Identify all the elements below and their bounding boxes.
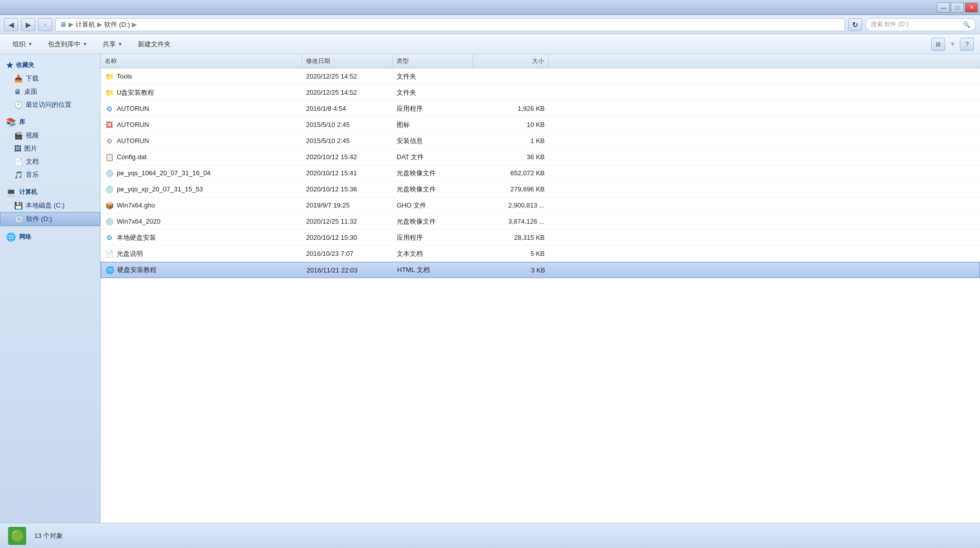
file-type-icon: 📄: [105, 249, 114, 258]
sidebar-item-music[interactable]: 🎵 音乐: [0, 168, 100, 181]
share-button[interactable]: 共享 ▼: [96, 37, 129, 51]
file-type-cell: 光盘映像文件: [393, 217, 473, 226]
file-name-cell: 📦 Win7x64.gho: [101, 201, 302, 210]
network-section: 🌐 网络: [0, 230, 100, 244]
col-header-size[interactable]: 大小: [473, 54, 549, 68]
file-type-icon: 💿: [105, 185, 114, 194]
col-header-type[interactable]: 类型: [393, 54, 473, 68]
column-headers: 名称 修改日期 类型 大小: [101, 54, 980, 68]
new-folder-button[interactable]: 新建文件夹: [131, 37, 177, 51]
organize-button[interactable]: 组织 ▼: [6, 37, 39, 51]
file-date-cell: 2020/10/12 15:42: [302, 153, 393, 161]
title-bar: — □ ✕: [0, 0, 980, 15]
table-row[interactable]: 💿 pe_yqs_1064_20_07_31_16_04 2020/10/12 …: [101, 165, 980, 181]
network-label: 网络: [19, 233, 31, 241]
library-icon: 📚: [6, 117, 16, 127]
include-library-button[interactable]: 包含到库中 ▼: [41, 37, 94, 51]
help-button[interactable]: ?: [960, 38, 974, 51]
file-type-cell: 应用程序: [393, 233, 473, 242]
c-drive-icon: 💾: [14, 201, 23, 210]
file-date-cell: 2015/5/10 2:45: [302, 121, 393, 128]
file-name-cell: ⚙ AUTORUN: [101, 136, 302, 146]
file-type-icon: 💿: [105, 169, 114, 178]
sidebar-item-recent[interactable]: 🕐 最近访问的位置: [0, 98, 100, 111]
file-type-cell: 文件夹: [393, 72, 473, 81]
close-button[interactable]: ✕: [965, 3, 978, 13]
search-box[interactable]: 搜索 软件 (D:) 🔍: [865, 18, 976, 31]
file-name: AUTORUN: [117, 105, 149, 112]
file-date-cell: 2020/12/25 14:52: [302, 89, 393, 96]
forward-button[interactable]: ▶: [21, 18, 35, 31]
library-header[interactable]: 📚 库: [0, 115, 100, 129]
minimize-button[interactable]: —: [937, 3, 950, 13]
sidebar-item-c-drive[interactable]: 💾 本地磁盘 (C:): [0, 199, 100, 212]
file-type-cell: 光盘映像文件: [393, 185, 473, 194]
table-row[interactable]: ⚙ AUTORUN 2015/5/10 2:45 安装信息 1 KB: [101, 133, 980, 149]
table-row[interactable]: 📋 Config.dat 2020/10/12 15:42 DAT 文件 36 …: [101, 149, 980, 165]
table-row[interactable]: 💿 pe_yqs_xp_20_07_31_15_53 2020/10/12 15…: [101, 181, 980, 197]
table-row[interactable]: 💿 Win7x64_2020 2020/12/25 11:32 光盘映像文件 3…: [101, 214, 980, 230]
table-row[interactable]: 🖼 AUTORUN 2015/5/10 2:45 图标 10 KB: [101, 117, 980, 133]
sidebar-item-video[interactable]: 🎬 视频: [0, 129, 100, 142]
file-type-icon: 💿: [105, 217, 114, 226]
file-type-cell: GHO 文件: [393, 201, 473, 210]
file-name-cell: 🌐 硬盘安装教程: [101, 265, 303, 275]
table-row[interactable]: 🌐 硬盘安装教程 2016/11/21 22:03 HTML 文档 3 KB: [101, 262, 980, 278]
col-header-date[interactable]: 修改日期: [302, 54, 393, 68]
file-type-icon: 📁: [105, 88, 114, 97]
file-size-cell: 28,315 KB: [473, 234, 549, 241]
file-date-cell: 2020/12/25 14:52: [302, 73, 393, 80]
sidebar-item-documents[interactable]: 📄 文档: [0, 155, 100, 168]
back-button[interactable]: ◀: [4, 18, 18, 31]
refresh-button[interactable]: ↻: [848, 18, 862, 31]
sidebar-item-pictures[interactable]: 🖼 图片: [0, 142, 100, 155]
file-name: Tools: [117, 73, 132, 80]
network-header[interactable]: 🌐 网络: [0, 230, 100, 244]
table-row[interactable]: ⚙ 本地硬盘安装 2020/10/12 15:30 应用程序 28,315 KB: [101, 230, 980, 246]
file-size-cell: 1 KB: [473, 137, 549, 145]
file-date-cell: 2020/10/12 15:41: [302, 169, 393, 177]
computer-header[interactable]: 💻 计算机: [0, 185, 100, 199]
file-size-cell: 10 KB: [473, 121, 549, 128]
view-button[interactable]: ⊞: [931, 38, 945, 51]
favorites-header[interactable]: ★ 收藏夹: [0, 58, 100, 72]
table-row[interactable]: 📁 Tools 2020/12/25 14:52 文件夹: [101, 68, 980, 85]
maximize-button[interactable]: □: [951, 3, 964, 13]
sidebar-item-d-drive[interactable]: 💿 软件 (D:): [0, 212, 100, 226]
file-name-cell: ⚙ 本地硬盘安装: [101, 233, 302, 242]
file-type-icon: 📋: [105, 153, 114, 162]
file-type-cell: HTML 文档: [393, 265, 474, 275]
table-row[interactable]: 📁 U盘安装教程 2020/12/25 14:52 文件夹: [101, 85, 980, 101]
sidebar-item-desktop[interactable]: 🖥 桌面: [0, 85, 100, 98]
col-header-name[interactable]: 名称: [101, 54, 302, 68]
file-name: AUTORUN: [117, 137, 149, 145]
file-name: 硬盘安装教程: [117, 265, 157, 275]
file-name: 本地硬盘安装: [117, 233, 156, 242]
file-name-cell: 💿 pe_yqs_1064_20_07_31_16_04: [101, 169, 302, 178]
file-type-icon: ⚙: [105, 136, 114, 146]
table-row[interactable]: 📦 Win7x64.gho 2019/9/7 19:25 GHO 文件 2,90…: [101, 197, 980, 214]
file-type-cell: 文本文档: [393, 249, 473, 258]
favorites-label: 收藏夹: [16, 61, 34, 70]
search-placeholder: 搜索 软件 (D:): [871, 20, 963, 29]
favorites-icon: ★: [6, 60, 13, 70]
sidebar-item-download[interactable]: 📥 下载: [0, 72, 100, 85]
share-arrow: ▼: [118, 41, 123, 47]
file-size-cell: 36 KB: [473, 153, 549, 161]
file-size-cell: 5 KB: [473, 250, 549, 257]
file-date-cell: 2020/12/25 11:32: [302, 218, 393, 225]
file-date-cell: 2016/1/8 4:54: [302, 105, 393, 112]
table-row[interactable]: 📄 光盘说明 2016/10/23 7:07 文本文档 5 KB: [101, 246, 980, 262]
file-type-cell: 光盘映像文件: [393, 169, 473, 178]
file-type-cell: 安装信息: [393, 136, 473, 146]
desktop-icon: 🖥: [14, 88, 21, 96]
up-button[interactable]: ↑: [38, 18, 52, 31]
table-row[interactable]: ⚙ AUTORUN 2016/1/8 4:54 应用程序 1,926 KB: [101, 101, 980, 117]
file-date-cell: 2020/10/12 15:30: [302, 234, 393, 241]
file-type-cell: 图标: [393, 120, 473, 129]
file-rows-container: 📁 Tools 2020/12/25 14:52 文件夹 📁 U盘安装教程 20…: [101, 68, 980, 278]
file-name: AUTORUN: [117, 121, 149, 128]
address-path[interactable]: 🖥 ▶ 计算机 ▶ 软件 (D:) ▶: [55, 18, 845, 31]
file-size-cell: 3,874,126 ...: [473, 218, 549, 225]
file-date-cell: 2015/5/10 2:45: [302, 137, 393, 145]
